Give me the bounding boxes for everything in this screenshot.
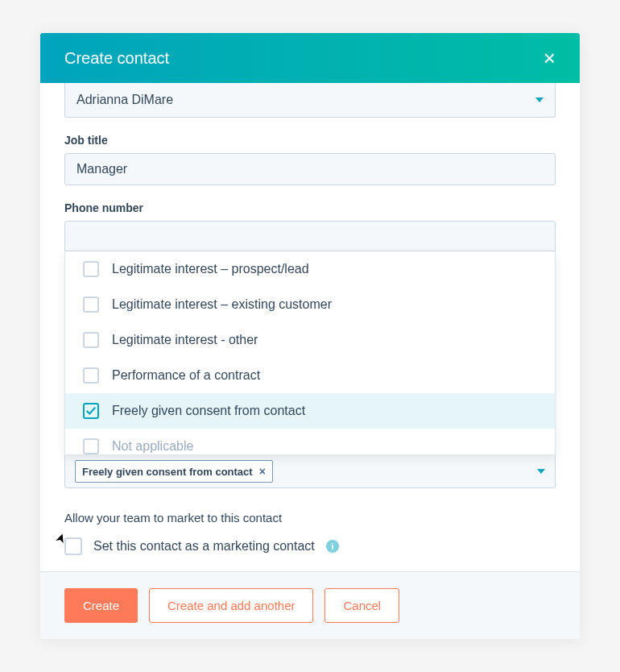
marketing-contact-label: Set this contact as a marketing contact <box>93 539 315 554</box>
panel-header: Create contact × <box>40 33 580 83</box>
option-label: Performance of a contract <box>112 368 260 383</box>
option-label: Legitimate interest – prospect/lead <box>112 262 309 276</box>
tag-label: Freely given consent from contact <box>82 466 253 478</box>
options-list: Legitimate interest – prospect/lead Legi… <box>64 251 556 455</box>
cancel-button[interactable]: Cancel <box>324 588 399 623</box>
job-title-value: Manager <box>76 162 127 176</box>
option-freely-given-consent[interactable]: Freely given consent from contact <box>65 393 555 429</box>
create-and-add-another-button[interactable]: Create and add another <box>149 588 313 623</box>
option-legitimate-other[interactable]: Legitimate interest - other <box>65 322 555 358</box>
option-contract-performance[interactable]: Performance of a contract <box>65 358 555 393</box>
job-title-label: Job title <box>64 134 556 147</box>
checkbox-icon <box>83 367 99 384</box>
option-label: Legitimate interest - other <box>112 333 258 347</box>
tag-remove-icon[interactable]: × <box>259 465 266 478</box>
checkbox-icon <box>83 438 99 454</box>
marketing-section-title: Allow your team to market to this contac… <box>64 511 556 525</box>
option-legitimate-existing[interactable]: Legitimate interest – existing customer <box>65 287 555 322</box>
create-contact-panel: Create contact × Adrianna DiMare Job tit… <box>40 33 580 639</box>
phone-number-label: Phone number <box>64 201 556 214</box>
option-legitimate-prospect[interactable]: Legitimate interest – prospect/lead <box>65 251 555 287</box>
contact-owner-select[interactable]: Adrianna DiMare <box>64 83 556 118</box>
option-label: Legitimate interest – existing customer <box>112 297 332 312</box>
panel-footer: Create Create and add another Cancel <box>40 571 580 639</box>
option-label: Freely given consent from contact <box>112 404 305 418</box>
panel-title: Create contact <box>64 49 169 68</box>
create-button[interactable]: Create <box>64 588 138 623</box>
option-not-applicable[interactable]: Not applicable <box>65 429 555 454</box>
checkbox-icon <box>83 297 99 313</box>
panel-body: Adrianna DiMare Job title Manager Phone … <box>40 83 580 571</box>
job-title-input[interactable]: Manager <box>64 153 556 185</box>
legal-basis-select[interactable]: Freely given consent from contact × <box>64 454 556 488</box>
info-icon[interactable]: i <box>326 540 339 553</box>
checkbox-icon <box>83 261 99 277</box>
selected-tag: Freely given consent from contact × <box>75 460 273 483</box>
checkbox-checked-icon <box>83 403 99 419</box>
marketing-contact-checkbox[interactable] <box>64 537 82 555</box>
chevron-down-icon <box>537 469 545 474</box>
checkbox-icon <box>83 332 99 348</box>
option-label: Not applicable <box>112 439 193 454</box>
chevron-down-icon <box>535 97 544 102</box>
close-icon[interactable]: × <box>544 48 556 68</box>
legal-basis-dropdown: Legitimate interest – prospect/lead Legi… <box>64 221 556 488</box>
marketing-contact-row: Set this contact as a marketing contact … <box>64 537 556 555</box>
contact-owner-value: Adrianna DiMare <box>76 93 173 107</box>
phone-number-input[interactable] <box>64 221 556 251</box>
